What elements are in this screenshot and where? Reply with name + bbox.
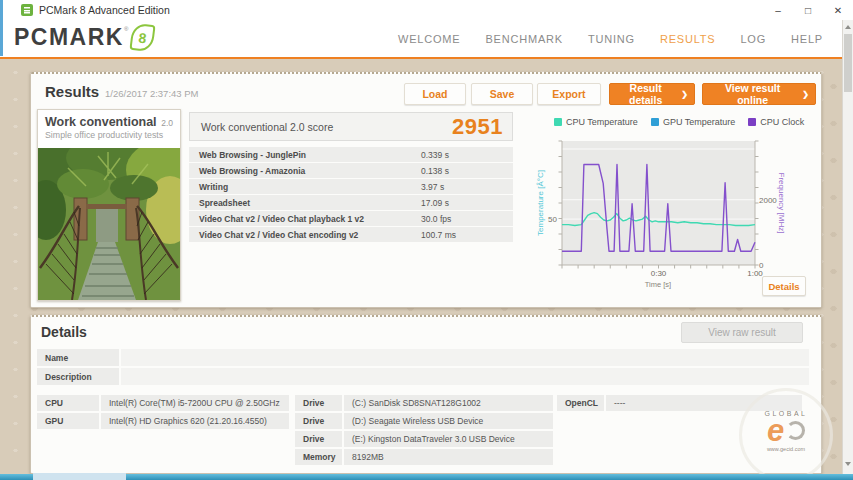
system-info-label: Drive <box>295 413 342 429</box>
scroll-up-icon[interactable] <box>845 25 851 29</box>
vertical-scrollbar[interactable] <box>842 20 853 474</box>
score-label: Work conventional 2.0 score <box>201 121 333 133</box>
main-nav: WELCOME BENCHMARK TUNING RESULTS LOG HEL… <box>398 33 823 45</box>
scrollbar-thumb[interactable] <box>844 34 852 92</box>
screen-edge-artifact <box>0 0 3 56</box>
window-controls: – □ ✕ <box>763 0 853 20</box>
system-info-value: Intel(R) HD Graphics 620 (21.20.16.4550) <box>101 413 289 429</box>
system-info-drives-memory: Drive (C:) SanDisk SD8SNAT128G1002 Drive… <box>295 395 553 467</box>
svg-text:2000: 2000 <box>759 196 777 205</box>
details-panel: Details View raw result Name Description… <box>30 315 822 474</box>
svg-text:50: 50 <box>548 215 557 224</box>
test-result-row: Video Chat v2 / Video Chat playback 1 v2… <box>189 211 513 226</box>
details-title: Details <box>41 324 87 340</box>
test-result-row: Web Browsing - Amazonia 0.138 s <box>189 163 513 178</box>
test-name: Writing <box>199 182 421 192</box>
nav-item[interactable]: LOG <box>740 33 766 45</box>
test-value: 100.7 ms <box>421 230 456 240</box>
nav-item[interactable]: WELCOME <box>398 33 460 45</box>
test-value: 30.0 fps <box>421 214 451 224</box>
legend-swatch-icon <box>748 118 756 126</box>
test-result-row: Spreadsheet 17.09 s <box>189 195 513 210</box>
score-value: 2951 <box>452 114 503 140</box>
close-button[interactable]: ✕ <box>823 0 853 20</box>
nav-item[interactable]: BENCHMARK <box>485 33 563 45</box>
view-raw-result-button[interactable]: View raw result <box>681 322 803 343</box>
chevron-right-icon: ❯ <box>681 91 688 99</box>
system-info-label: Drive <box>295 395 342 411</box>
system-info-row: OpenCL ---- <box>557 395 802 411</box>
system-info-value: (D:) Seagate Wireless USB Device <box>344 413 553 429</box>
monitoring-chart: 50200000:301:00 Temperature [Â°C] Freque… <box>532 135 808 297</box>
system-info-label: OpenCL <box>557 395 604 411</box>
result-details-button[interactable]: Result details ❯ <box>609 83 695 105</box>
system-info-label: Memory <box>295 449 342 465</box>
score-box: Work conventional 2.0 score 2951 <box>189 112 513 141</box>
test-value: 3.97 s <box>421 182 444 192</box>
meta-field-value <box>121 368 809 385</box>
result-details-label: Result details <box>616 82 675 106</box>
system-info-opencl: OpenCL ---- <box>557 395 802 413</box>
export-button[interactable]: Export <box>537 83 601 105</box>
legend-item[interactable]: CPU Temperature <box>554 117 638 127</box>
maximize-button[interactable]: □ <box>793 0 823 20</box>
system-info-value: 8192MB <box>344 449 553 465</box>
legend-label: CPU Temperature <box>566 117 638 127</box>
system-info-value: (C:) SanDisk SD8SNAT128G1002 <box>344 395 553 411</box>
test-card-name: Work conventional <box>45 115 157 129</box>
legend-item[interactable]: GPU Temperature <box>651 117 735 127</box>
legend-label: CPU Clock <box>760 117 804 127</box>
test-card-work-conventional: Work conventional 2.0 Simple office prod… <box>37 109 181 301</box>
legend-label: GPU Temperature <box>663 117 735 127</box>
bottom-edge-strip <box>0 474 853 480</box>
svg-text:0:30: 0:30 <box>651 269 667 278</box>
test-value: 17.09 s <box>421 198 449 208</box>
meta-field-value <box>121 349 809 366</box>
app-header: PCMARK ® 8 WELCOME BENCHMARK TUNING RESU… <box>0 20 853 59</box>
test-result-row: Video Chat v2 / Video Chat encoding v2 1… <box>189 227 513 242</box>
meta-field-row: Name <box>37 349 809 366</box>
scroll-down-icon[interactable] <box>845 462 851 466</box>
legend-item[interactable]: CPU Clock <box>748 117 804 127</box>
minimize-button[interactable]: – <box>763 0 793 20</box>
jungle-bridge-photo <box>38 148 180 300</box>
logo-leaf-8-icon: 8 <box>130 23 156 53</box>
system-info-cpu-gpu: CPU Intel(R) Core(TM) i5-7200U CPU @ 2.5… <box>37 395 289 431</box>
save-button[interactable]: Save <box>471 83 533 105</box>
system-info-row: Drive (C:) SanDisk SD8SNAT128G1002 <box>295 395 553 411</box>
test-card-subtitle: Simple office productivity tests <box>45 130 173 140</box>
window-title: PCMark 8 Advanced Edition <box>39 4 170 16</box>
registered-mark: ® <box>124 26 128 32</box>
load-button[interactable]: Load <box>404 83 466 105</box>
view-result-online-button[interactable]: View result online ❯ <box>702 83 816 105</box>
test-name: Video Chat v2 / Video Chat playback 1 v2 <box>199 214 421 224</box>
test-results-list: Web Browsing - JunglePin 0.339 s Web Bro… <box>189 147 513 243</box>
y-axis-left-label: Temperature [Â°C] <box>536 170 545 236</box>
result-meta-fields: Name Description <box>37 349 809 387</box>
meta-field-label: Description <box>37 368 119 385</box>
test-result-row: Writing 3.97 s <box>189 179 513 194</box>
chart-details-button[interactable]: Details <box>762 276 806 296</box>
nav-item[interactable]: TUNING <box>588 33 635 45</box>
pcmark-logo: PCMARK ® 8 <box>14 26 154 51</box>
y-axis-right-label: Frequency [MHz] <box>777 173 786 234</box>
chevron-right-icon: ❯ <box>802 91 809 99</box>
logo-wordmark: PCMARK <box>14 26 124 49</box>
test-name: Web Browsing - JunglePin <box>199 150 421 160</box>
view-result-online-label: View result online <box>709 82 796 106</box>
legend-swatch-icon <box>554 118 562 126</box>
test-name: Web Browsing - Amazonia <box>199 166 421 176</box>
test-name: Video Chat v2 / Video Chat encoding v2 <box>199 230 421 240</box>
svg-text:1:00: 1:00 <box>747 269 763 278</box>
results-panel: Results 1/26/2017 2:37:43 PM Load Save E… <box>30 72 822 308</box>
system-info-label: Drive <box>295 431 342 447</box>
system-info-row: Drive (E:) Kingston DataTraveler 3.0 USB… <box>295 431 553 447</box>
taskbar-edge-artifact <box>33 473 126 480</box>
nav-item[interactable]: RESULTS <box>660 33 716 45</box>
system-info-row: Memory 8192MB <box>295 449 553 465</box>
chart-legend: CPU Temperature GPU Temperature CPU Cloc… <box>554 117 804 127</box>
system-info-row: GPU Intel(R) HD Graphics 620 (21.20.16.4… <box>37 413 289 429</box>
nav-item[interactable]: HELP <box>791 33 823 45</box>
test-value: 0.339 s <box>421 150 449 160</box>
system-info-row: CPU Intel(R) Core(TM) i5-7200U CPU @ 2.5… <box>37 395 289 411</box>
